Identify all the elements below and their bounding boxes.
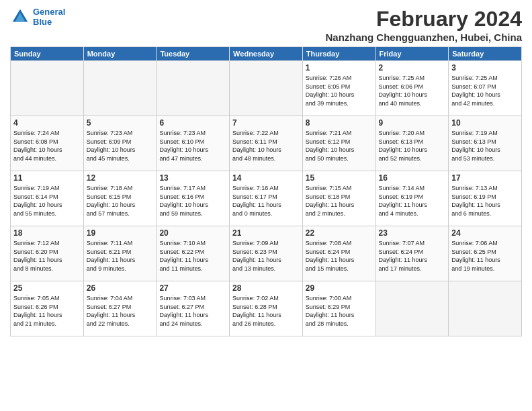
header: General Blue February 2024 Nanzhang Chen…	[10, 7, 522, 43]
calendar-cell: 2Sunrise: 7:25 AM Sunset: 6:06 PM Daylig…	[375, 61, 449, 116]
day-number: 14	[232, 173, 300, 183]
calendar-cell: 18Sunrise: 7:12 AM Sunset: 6:20 PM Dayli…	[11, 226, 84, 281]
day-number: 15	[306, 173, 373, 183]
logo: General Blue	[10, 7, 65, 27]
calendar-cell: 21Sunrise: 7:09 AM Sunset: 6:23 PM Dayli…	[230, 226, 303, 281]
calendar-cell: 20Sunrise: 7:10 AM Sunset: 6:22 PM Dayli…	[157, 226, 230, 281]
day-info: Sunrise: 7:25 AM Sunset: 6:06 PM Dayligh…	[379, 74, 446, 107]
day-info: Sunrise: 7:04 AM Sunset: 6:27 PM Dayligh…	[87, 294, 154, 328]
weekday-header-saturday: Saturday	[449, 47, 522, 61]
day-number: 28	[232, 283, 300, 293]
day-number: 29	[306, 283, 373, 293]
calendar-cell: 5Sunrise: 7:23 AM Sunset: 6:09 PM Daylig…	[83, 116, 157, 171]
day-number: 11	[13, 173, 81, 183]
day-number: 8	[306, 118, 373, 128]
day-number: 25	[13, 283, 81, 293]
day-number: 5	[87, 118, 154, 128]
calendar-cell	[11, 61, 84, 116]
page-title: February 2024	[326, 7, 523, 32]
calendar-cell: 24Sunrise: 7:06 AM Sunset: 6:25 PM Dayli…	[449, 226, 522, 281]
day-info: Sunrise: 7:09 AM Sunset: 6:23 PM Dayligh…	[232, 239, 300, 273]
day-number: 19	[87, 228, 154, 238]
day-info: Sunrise: 7:20 AM Sunset: 6:13 PM Dayligh…	[379, 129, 446, 163]
title-block: February 2024 Nanzhang Chengguanzhen, Hu…	[326, 7, 523, 43]
day-number: 7	[232, 118, 300, 128]
calendar-cell	[230, 61, 303, 116]
calendar-cell	[157, 61, 230, 116]
calendar-cell: 12Sunrise: 7:18 AM Sunset: 6:15 PM Dayli…	[83, 171, 157, 226]
calendar-cell: 7Sunrise: 7:22 AM Sunset: 6:11 PM Daylig…	[230, 116, 303, 171]
day-info: Sunrise: 7:23 AM Sunset: 6:10 PM Dayligh…	[159, 129, 226, 163]
weekday-header-row: SundayMondayTuesdayWednesdayThursdayFrid…	[11, 47, 522, 61]
day-number: 16	[379, 173, 446, 183]
weekday-header-sunday: Sunday	[11, 47, 84, 61]
day-number: 18	[13, 228, 81, 238]
day-number: 12	[87, 173, 154, 183]
calendar-table: SundayMondayTuesdayWednesdayThursdayFrid…	[10, 46, 522, 336]
day-number: 22	[306, 228, 373, 238]
day-info: Sunrise: 7:26 AM Sunset: 6:05 PM Dayligh…	[306, 74, 373, 107]
day-number: 13	[159, 173, 226, 183]
logo-text: General Blue	[33, 7, 65, 27]
calendar-cell: 6Sunrise: 7:23 AM Sunset: 6:10 PM Daylig…	[157, 116, 230, 171]
day-info: Sunrise: 7:08 AM Sunset: 6:24 PM Dayligh…	[306, 239, 373, 273]
day-info: Sunrise: 7:24 AM Sunset: 6:08 PM Dayligh…	[13, 129, 81, 163]
logo-icon	[10, 7, 30, 27]
calendar-cell: 17Sunrise: 7:13 AM Sunset: 6:19 PM Dayli…	[449, 171, 522, 226]
day-number: 24	[451, 228, 519, 238]
calendar-cell: 10Sunrise: 7:19 AM Sunset: 6:13 PM Dayli…	[449, 116, 522, 171]
day-info: Sunrise: 7:15 AM Sunset: 6:18 PM Dayligh…	[306, 184, 373, 218]
day-info: Sunrise: 7:06 AM Sunset: 6:25 PM Dayligh…	[451, 239, 519, 273]
calendar-cell: 4Sunrise: 7:24 AM Sunset: 6:08 PM Daylig…	[11, 116, 84, 171]
calendar-cell	[449, 281, 522, 336]
weekday-header-tuesday: Tuesday	[157, 47, 230, 61]
day-info: Sunrise: 7:11 AM Sunset: 6:21 PM Dayligh…	[87, 239, 154, 273]
day-number: 21	[232, 228, 300, 238]
calendar-cell: 3Sunrise: 7:25 AM Sunset: 6:07 PM Daylig…	[449, 61, 522, 116]
day-info: Sunrise: 7:07 AM Sunset: 6:24 PM Dayligh…	[379, 239, 446, 273]
day-info: Sunrise: 7:17 AM Sunset: 6:16 PM Dayligh…	[159, 184, 226, 218]
calendar-cell: 23Sunrise: 7:07 AM Sunset: 6:24 PM Dayli…	[375, 226, 449, 281]
calendar-week-1: 1Sunrise: 7:26 AM Sunset: 6:05 PM Daylig…	[11, 61, 522, 116]
day-number: 6	[159, 118, 226, 128]
day-number: 10	[451, 118, 519, 128]
day-number: 26	[87, 283, 154, 293]
weekday-header-friday: Friday	[375, 47, 449, 61]
calendar-cell: 22Sunrise: 7:08 AM Sunset: 6:24 PM Dayli…	[302, 226, 375, 281]
calendar-cell: 1Sunrise: 7:26 AM Sunset: 6:05 PM Daylig…	[302, 61, 375, 116]
day-info: Sunrise: 7:10 AM Sunset: 6:22 PM Dayligh…	[159, 239, 226, 273]
day-number: 23	[379, 228, 446, 238]
calendar-cell: 16Sunrise: 7:14 AM Sunset: 6:19 PM Dayli…	[375, 171, 449, 226]
day-number: 9	[379, 118, 446, 128]
day-info: Sunrise: 7:03 AM Sunset: 6:27 PM Dayligh…	[159, 294, 226, 328]
day-number: 3	[451, 63, 519, 73]
day-info: Sunrise: 7:22 AM Sunset: 6:11 PM Dayligh…	[232, 129, 300, 163]
calendar-week-3: 11Sunrise: 7:19 AM Sunset: 6:14 PM Dayli…	[11, 171, 522, 226]
calendar-cell: 14Sunrise: 7:16 AM Sunset: 6:17 PM Dayli…	[230, 171, 303, 226]
day-info: Sunrise: 7:02 AM Sunset: 6:28 PM Dayligh…	[232, 294, 300, 328]
calendar-cell: 19Sunrise: 7:11 AM Sunset: 6:21 PM Dayli…	[83, 226, 157, 281]
calendar-cell: 15Sunrise: 7:15 AM Sunset: 6:18 PM Dayli…	[302, 171, 375, 226]
page-container: General Blue February 2024 Nanzhang Chen…	[0, 0, 532, 340]
day-info: Sunrise: 7:16 AM Sunset: 6:17 PM Dayligh…	[232, 184, 300, 218]
calendar-cell: 9Sunrise: 7:20 AM Sunset: 6:13 PM Daylig…	[375, 116, 449, 171]
day-number: 4	[13, 118, 81, 128]
calendar-cell: 28Sunrise: 7:02 AM Sunset: 6:28 PM Dayli…	[230, 281, 303, 336]
day-info: Sunrise: 7:25 AM Sunset: 6:07 PM Dayligh…	[451, 74, 519, 107]
calendar-cell: 11Sunrise: 7:19 AM Sunset: 6:14 PM Dayli…	[11, 171, 84, 226]
calendar-cell: 29Sunrise: 7:00 AM Sunset: 6:29 PM Dayli…	[302, 281, 375, 336]
calendar-cell: 26Sunrise: 7:04 AM Sunset: 6:27 PM Dayli…	[83, 281, 157, 336]
calendar-cell: 25Sunrise: 7:05 AM Sunset: 6:26 PM Dayli…	[11, 281, 84, 336]
day-info: Sunrise: 7:18 AM Sunset: 6:15 PM Dayligh…	[87, 184, 154, 218]
day-info: Sunrise: 7:19 AM Sunset: 6:14 PM Dayligh…	[13, 184, 81, 218]
day-number: 27	[159, 283, 226, 293]
day-info: Sunrise: 7:00 AM Sunset: 6:29 PM Dayligh…	[306, 294, 373, 328]
calendar-cell: 27Sunrise: 7:03 AM Sunset: 6:27 PM Dayli…	[157, 281, 230, 336]
calendar-cell: 13Sunrise: 7:17 AM Sunset: 6:16 PM Dayli…	[157, 171, 230, 226]
day-info: Sunrise: 7:19 AM Sunset: 6:13 PM Dayligh…	[451, 129, 519, 163]
day-number: 2	[379, 63, 446, 73]
day-info: Sunrise: 7:23 AM Sunset: 6:09 PM Dayligh…	[87, 129, 154, 163]
day-info: Sunrise: 7:13 AM Sunset: 6:19 PM Dayligh…	[451, 184, 519, 218]
day-info: Sunrise: 7:05 AM Sunset: 6:26 PM Dayligh…	[13, 294, 81, 328]
day-number: 20	[159, 228, 226, 238]
